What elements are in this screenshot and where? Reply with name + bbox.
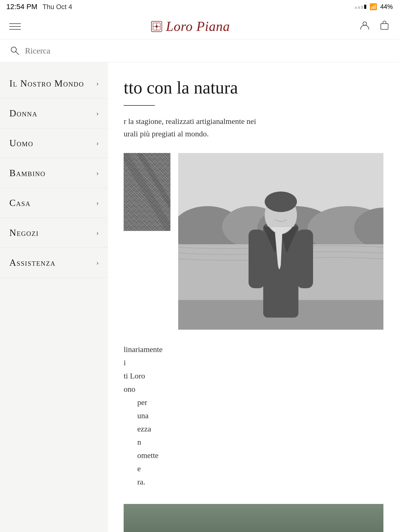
- fabric-image: [124, 153, 170, 231]
- svg-point-4: [156, 25, 158, 28]
- body-text: linariamente i ti Loro ono per una ezza …: [124, 343, 383, 488]
- chevron-right-icon: ›: [96, 169, 99, 177]
- logo-crest-icon: [150, 20, 163, 33]
- chevron-right-icon: ›: [96, 109, 99, 117]
- side-menu: Il Nostro Mondo › Donna › Uomo › Bambino…: [0, 62, 108, 532]
- images-row: [124, 153, 383, 330]
- sidebar-item-negozi[interactable]: Negozi ›: [0, 218, 108, 248]
- chevron-right-icon: ›: [96, 139, 99, 147]
- svg-line-11: [124, 153, 170, 231]
- bottom-image: lde tonalità: [124, 504, 383, 532]
- svg-rect-25: [297, 230, 313, 288]
- chevron-right-icon: ›: [96, 79, 99, 88]
- svg-rect-24: [249, 230, 265, 288]
- hero-divider: [124, 105, 155, 106]
- sidebar-item-assistenza[interactable]: Assistenza ›: [0, 248, 108, 278]
- chevron-right-icon: ›: [96, 258, 99, 267]
- main-layout: Il Nostro Mondo › Donna › Uomo › Bambino…: [0, 62, 399, 532]
- status-bar: 12:54 PM Thu Oct 4 📶 44%: [0, 0, 399, 14]
- svg-rect-6: [381, 24, 388, 29]
- svg-point-5: [363, 22, 367, 25]
- hamburger-menu[interactable]: [9, 23, 21, 30]
- sidebar-item-donna[interactable]: Donna ›: [0, 98, 108, 128]
- svg-rect-9: [124, 153, 170, 231]
- logo-area[interactable]: Loro Piana: [150, 19, 230, 34]
- bag-icon[interactable]: [379, 20, 390, 33]
- menu-items-list: Il Nostro Mondo › Donna › Uomo › Bambino…: [0, 62, 108, 532]
- logo-text: Loro Piana: [166, 19, 230, 34]
- svg-point-7: [11, 47, 16, 52]
- wifi-icon: 📶: [369, 3, 377, 10]
- nav-icons: [360, 20, 390, 33]
- svg-point-23: [265, 191, 297, 212]
- status-time: 12:54 PM Thu Oct 4: [6, 3, 72, 11]
- sidebar-item-bambino[interactable]: Bambino ›: [0, 158, 108, 188]
- sidebar-item-casa[interactable]: Casa ›: [0, 188, 108, 218]
- top-nav: Loro Piana: [0, 14, 399, 39]
- status-right: 📶 44%: [355, 3, 393, 10]
- portrait-image: [178, 153, 383, 330]
- content-area: tto con la natura r la stagione, realizz…: [108, 62, 399, 532]
- search-icon: [9, 45, 20, 57]
- chevron-right-icon: ›: [96, 199, 99, 207]
- svg-rect-10: [124, 153, 170, 231]
- sidebar-item-uomo[interactable]: Uomo ›: [0, 128, 108, 158]
- battery-indicator: 44%: [380, 3, 393, 10]
- chevron-right-icon: ›: [96, 229, 99, 237]
- hero-title: tto con la natura: [124, 78, 383, 97]
- sidebar-item-il-nostro-mondo[interactable]: Il Nostro Mondo ›: [0, 69, 108, 98]
- search-input[interactable]: [25, 46, 390, 56]
- svg-line-12: [139, 153, 170, 231]
- search-bar: [0, 39, 399, 62]
- svg-line-8: [16, 52, 19, 55]
- account-icon[interactable]: [360, 20, 370, 33]
- signal-icon: [355, 5, 366, 9]
- hero-subtitle: r la stagione, realizzati artigianalment…: [124, 115, 383, 140]
